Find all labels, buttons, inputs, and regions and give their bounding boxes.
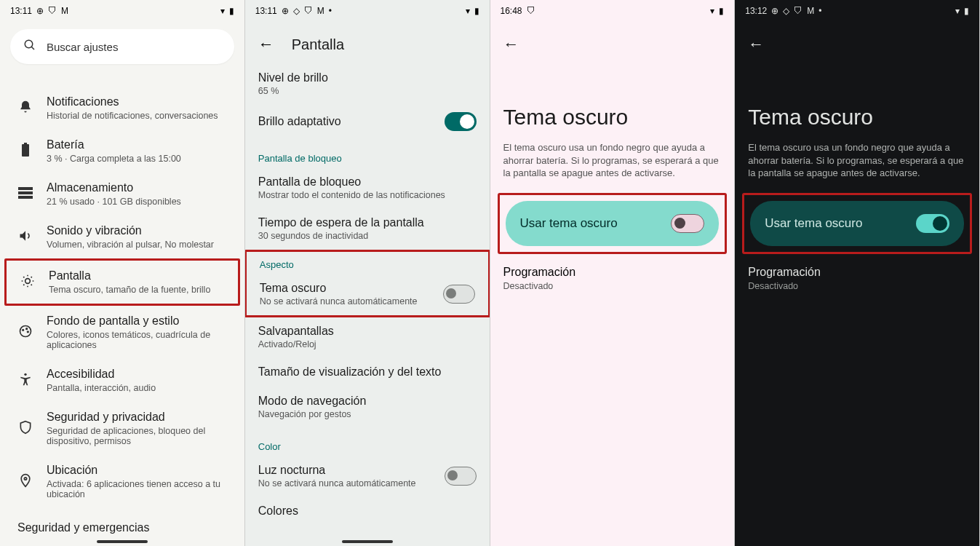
status-time: 13:11 xyxy=(255,6,277,16)
svg-point-7 xyxy=(25,278,31,283)
search-settings[interactable]: Buscar ajustes xyxy=(10,29,234,64)
schedule[interactable]: Programación Desactivado xyxy=(735,254,979,303)
shield-icon: ⛉ xyxy=(527,6,535,16)
svg-point-11 xyxy=(28,331,29,333)
svg-rect-3 xyxy=(24,143,27,145)
status-time: 13:11 xyxy=(10,6,32,16)
status-bar: 16:48 ⛉ ▾ ▮ xyxy=(490,0,735,22)
screen-timeout[interactable]: Tiempo de espera de la pantalla 30 segun… xyxy=(245,209,490,250)
colors[interactable]: Colores xyxy=(245,497,490,526)
list-item-truncated[interactable] xyxy=(4,70,240,87)
svg-rect-6 xyxy=(18,196,33,199)
page-title: Pantalla xyxy=(292,36,344,53)
section-lockscreen: Pantalla de bloqueo xyxy=(245,140,490,168)
accessibility-icon xyxy=(17,372,33,389)
toggle-highlight: Usar tema oscuro xyxy=(498,193,728,254)
battery-icon xyxy=(17,143,33,160)
shield-icon: ⛉ xyxy=(48,6,57,16)
night-light[interactable]: Luz nocturna No se activará nunca automá… xyxy=(245,456,490,497)
header: ← Pantalla xyxy=(245,22,490,61)
wifi-icon: ▾ xyxy=(710,6,714,16)
back-button[interactable]: ← xyxy=(258,35,274,54)
settings-list: Notificaciones Historial de notificacion… xyxy=(0,70,244,534)
list-item-sound[interactable]: Sonido y vibración Volumen, vibración al… xyxy=(4,215,240,258)
status-bar: 13:12 ⊕ ◇ ⛉ M • ▾ ▮ xyxy=(735,0,979,22)
nav-handle[interactable] xyxy=(97,540,148,543)
nav-handle[interactable] xyxy=(342,540,393,543)
mail-icon: M xyxy=(61,6,68,16)
battery-icon: ▮ xyxy=(229,6,234,16)
search-placeholder: Buscar ajustes xyxy=(47,41,118,53)
svg-line-1 xyxy=(31,47,34,50)
toggle-highlight: Usar tema oscuro xyxy=(742,193,972,254)
display-size[interactable]: Tamaño de visualización y del texto xyxy=(245,358,490,387)
switch-off[interactable] xyxy=(671,214,704,233)
use-dark-theme-toggle[interactable]: Usar tema oscuro xyxy=(506,201,720,246)
status-bar: 13:11 ⊕ ⛉ M ▾ ▮ xyxy=(0,0,244,22)
dark-theme-panel-dark: 13:12 ⊕ ◇ ⛉ M • ▾ ▮ ← Tema oscuro El tem… xyxy=(735,0,980,546)
svg-point-0 xyxy=(25,40,33,48)
navigation-mode[interactable]: Modo de navegación Navegación por gestos xyxy=(245,387,490,428)
lockscreen[interactable]: Pantalla de bloqueo Mostrar todo el cont… xyxy=(245,168,490,209)
list-item-location[interactable]: Ubicación Activada: 6 aplicaciones tiene… xyxy=(4,455,240,508)
mail-icon: M xyxy=(807,6,814,16)
brightness-level[interactable]: Nivel de brillo 65 % xyxy=(245,64,490,105)
aspect-highlight: Aspecto Tema oscuro No se activará nunca… xyxy=(245,250,490,317)
list-item-accessibility[interactable]: Accesibilidad Pantalla, interacción, aud… xyxy=(4,359,240,402)
schedule[interactable]: Programación Desactivado xyxy=(490,254,735,303)
status-time: 13:12 xyxy=(745,6,767,16)
adaptive-brightness[interactable]: Brillo adaptativo xyxy=(245,105,490,140)
bell-icon xyxy=(17,100,33,117)
switch-on[interactable] xyxy=(916,214,949,233)
use-dark-theme-toggle[interactable]: Usar tema oscuro xyxy=(750,201,964,246)
list-item-display[interactable]: Pantalla Tema oscuro, tamaño de la fuent… xyxy=(4,258,240,306)
battery-icon: ▮ xyxy=(964,6,969,16)
dark-theme[interactable]: Tema oscuro No se activará nunca automát… xyxy=(247,274,488,315)
list-item-security[interactable]: Seguridad y privacidad Seguridad de apli… xyxy=(4,402,240,455)
icon: ⊕ xyxy=(282,6,289,16)
section-aspect: Aspecto xyxy=(247,252,488,274)
brightness-icon xyxy=(20,274,36,291)
display-settings-panel: 13:11 ⊕ ◇ ⛉ M • ▾ ▮ ← Pantalla Nivel de … xyxy=(245,0,490,546)
list-item-wallpaper[interactable]: Fondo de pantalla y estilo Colores, icon… xyxy=(4,306,240,359)
settings-main-panel: 13:11 ⊕ ⛉ M ▾ ▮ Buscar ajustes Notificac… xyxy=(0,0,245,546)
dark-theme-toggle[interactable] xyxy=(443,285,475,304)
toggle-label: Usar tema oscuro xyxy=(520,216,618,231)
section-color: Color xyxy=(245,428,490,456)
svg-point-13 xyxy=(24,477,26,479)
svg-rect-4 xyxy=(18,187,33,190)
status-time: 16:48 xyxy=(501,6,522,16)
status-bar: 13:11 ⊕ ◇ ⛉ M • ▾ ▮ xyxy=(245,0,490,22)
list-item-emergency[interactable]: Seguridad y emergencias xyxy=(4,508,240,534)
back-button[interactable]: ← xyxy=(748,35,764,53)
page-description: El tema oscuro usa un fondo negro que ay… xyxy=(490,138,735,193)
back-button[interactable]: ← xyxy=(503,35,519,53)
icon: ◇ xyxy=(783,6,789,16)
list-item-notifications[interactable]: Notificaciones Historial de notificacion… xyxy=(4,87,240,130)
adaptive-toggle[interactable] xyxy=(445,112,477,131)
palette-icon xyxy=(17,324,33,341)
page-title: Tema oscuro xyxy=(735,61,979,138)
wifi-icon: ▾ xyxy=(220,6,225,16)
list-item-battery[interactable]: Batería 3 % · Carga completa a las 15:00 xyxy=(4,130,240,173)
night-light-toggle[interactable] xyxy=(445,467,477,486)
location-icon xyxy=(17,473,33,491)
wifi-icon: ▾ xyxy=(955,6,960,16)
battery-icon: ▮ xyxy=(474,6,479,16)
battery-icon: ▮ xyxy=(719,6,724,16)
shield-icon: ⛉ xyxy=(794,6,802,16)
svg-rect-5 xyxy=(18,191,33,194)
svg-point-12 xyxy=(24,373,26,375)
dark-theme-panel-light: 16:48 ⛉ ▾ ▮ ← Tema oscuro El tema oscuro… xyxy=(490,0,736,546)
screensaver[interactable]: Salvapantallas Activado/Reloj xyxy=(245,317,490,358)
icon: ◇ xyxy=(293,6,300,16)
wifi-icon: ▾ xyxy=(466,6,470,16)
svg-point-8 xyxy=(20,325,31,336)
alarm-icon: ⊕ xyxy=(36,6,44,16)
page-title: Tema oscuro xyxy=(490,61,735,138)
storage-icon xyxy=(17,187,33,202)
svg-rect-2 xyxy=(22,144,29,157)
list-item-storage[interactable]: Almacenamiento 21 % usado · 101 GB dispo… xyxy=(4,173,240,215)
svg-point-9 xyxy=(23,329,24,331)
svg-point-10 xyxy=(26,328,28,329)
